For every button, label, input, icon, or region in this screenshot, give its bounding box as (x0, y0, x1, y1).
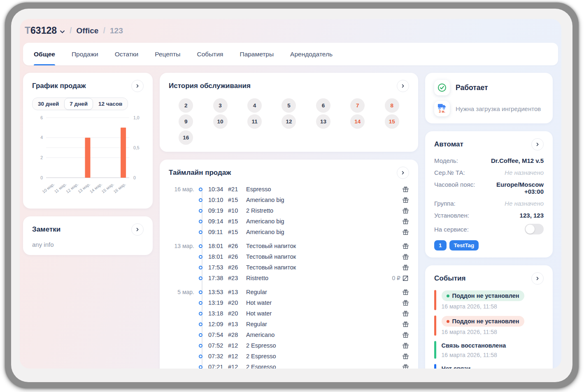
svg-text:10 мар.: 10 мар. (42, 182, 56, 194)
service-toggle[interactable] (525, 224, 544, 234)
service-event-circle[interactable]: 6 (316, 98, 330, 113)
tab-bar: Общее Продажи Остатки Рецепты События Па… (23, 43, 558, 65)
timeline-row[interactable]: 13 мар. 18:01 #26 Тестовый напиток (169, 241, 409, 251)
card-title: Заметки (32, 225, 60, 234)
sale-time: 10:34 (208, 186, 228, 193)
range-option-button[interactable]: 12 часов (93, 98, 128, 110)
service-event-circle[interactable]: 9 (179, 114, 193, 129)
machine-info-row: Сер.№ ТА: Не назначено (434, 167, 544, 179)
service-event-circle[interactable]: 16 (179, 130, 193, 145)
timeline-row[interactable]: 10:10 #15 Americano big (169, 195, 409, 205)
chevron-right-button[interactable] (531, 272, 544, 285)
service-event-circle[interactable]: 3 (213, 98, 228, 113)
service-event-number: 5 (287, 102, 291, 109)
tab-label: Параметры (240, 51, 274, 58)
service-event-number: 10 (217, 118, 223, 125)
tab[interactable]: Остатки (115, 43, 139, 65)
svg-text:2: 2 (40, 155, 43, 160)
service-event-circle[interactable]: 11 (247, 114, 262, 129)
service-event-number: 15 (389, 118, 395, 125)
tab[interactable]: Рецепты (155, 43, 180, 65)
tag-badge[interactable]: TestTag (449, 240, 479, 251)
timeline-row[interactable]: 13:19 #20 Hot water (169, 297, 409, 308)
gift-icon (402, 321, 409, 328)
service-event-circle[interactable]: 7 (350, 98, 365, 113)
timeline-row[interactable]: 18:01 #26 Тестовый напиток (169, 251, 409, 262)
service-event-circle[interactable]: 15 (385, 114, 399, 129)
timeline-date: 5 мар. (169, 289, 194, 295)
timeline-row[interactable]: 16 мар. 10:34 #21 Espresso (169, 184, 409, 195)
tab[interactable]: Общее (34, 43, 55, 65)
timeline-marker (199, 322, 202, 326)
chevron-right-button[interactable] (397, 80, 409, 92)
recipe-number: #12 (228, 342, 246, 349)
service-toggle-row: На сервисе: (434, 221, 544, 237)
tag-badge[interactable]: 1 (434, 240, 447, 251)
sale-time: 13:53 (208, 289, 228, 295)
range-option-button[interactable]: 30 дней (33, 98, 64, 110)
recipe-number: #20 (228, 299, 246, 306)
sale-time: 10:10 (208, 197, 228, 203)
timeline-row[interactable]: 07:32 #12 2 Espresso (169, 351, 409, 362)
service-event-circle[interactable]: 10 (213, 114, 228, 129)
sale-time: 07:52 (208, 342, 228, 349)
tab-label: Остатки (115, 51, 139, 58)
service-event-circle[interactable]: 5 (282, 98, 296, 113)
truck-badge: 3 м. (439, 109, 445, 114)
tab[interactable]: Продажи (72, 43, 98, 65)
range-option-button[interactable]: 7 дней (64, 98, 93, 110)
card-title: События (434, 274, 465, 283)
gift-icon (402, 310, 409, 317)
event-title-pill: Нет связи (442, 364, 471, 369)
gift-icon (402, 299, 409, 306)
machine-id: 63128 (30, 25, 57, 36)
gift-icon (402, 186, 409, 193)
status-card: Работает 3 м. Нужна загрузка ингредиенто… (425, 73, 553, 123)
svg-text:0: 0 (40, 175, 43, 180)
recipe-name: Тестовый напиток (246, 264, 402, 271)
chevron-right-button[interactable] (531, 138, 544, 151)
timeline-row[interactable]: 13:18 #20 Hot water (169, 308, 409, 319)
timeline-row[interactable]: 09:14 #15 Americano big (169, 216, 409, 227)
timeline-row[interactable]: 07:52 #12 2 Espresso (169, 340, 409, 351)
service-event-circle[interactable]: 2 (179, 98, 193, 113)
tab-label: События (197, 51, 223, 58)
card-title: Таймлайн продаж (169, 169, 231, 177)
event-title: Поддон не установлен (452, 318, 519, 325)
tab[interactable]: Параметры (240, 43, 274, 65)
tab-label: Общее (34, 51, 55, 58)
notes-text: any info (32, 241, 144, 248)
card-title: История обслуживания (169, 82, 251, 90)
timeline-row[interactable]: 07:54 #28 Americano (169, 329, 409, 340)
gift-icon (402, 207, 409, 214)
svg-text:11 мар.: 11 мар. (54, 182, 67, 194)
service-event-circle[interactable]: 12 (282, 114, 296, 129)
recipe-name: 2 Espresso (246, 353, 402, 360)
chevron-right-button[interactable] (131, 223, 144, 236)
chevron-down-icon (60, 25, 65, 36)
timeline-row[interactable]: 07:21 #12 2 Espresso (169, 362, 409, 369)
sale-price: 0 ₽ (392, 275, 400, 281)
service-event-circle[interactable]: 14 (350, 114, 365, 129)
tab[interactable]: Арендодатель (290, 43, 333, 65)
event-item: Поддон не установлен 16 марта 2026, 11:5… (434, 315, 544, 336)
tab-label: Рецепты (155, 51, 180, 58)
gift-icon (402, 264, 409, 271)
gift-icon (402, 289, 409, 296)
chevron-right-button[interactable] (397, 167, 409, 179)
timeline-row[interactable]: 12:09 #13 Regular (169, 319, 409, 329)
machine-selector[interactable]: T63128 (25, 25, 65, 36)
timeline-row[interactable]: 17:38 #23 Ristretto 0 ₽ (169, 273, 409, 283)
machine-card: Автомат Модель: Dr.Coffee, M12 v.5 Сер.№… (425, 131, 553, 257)
service-event-circle[interactable]: 4 (247, 98, 262, 113)
svg-text:13 мар.: 13 мар. (77, 182, 91, 194)
service-event-circle[interactable]: 13 (316, 114, 330, 129)
service-event-circle[interactable]: 8 (385, 98, 399, 113)
timeline-row[interactable]: 09:11 #15 Americano big (169, 227, 409, 237)
timeline-row[interactable]: 5 мар. 13:53 #13 Regular (169, 287, 409, 297)
tab[interactable]: События (197, 43, 223, 65)
recipe-number: #23 (228, 275, 246, 281)
chevron-right-button[interactable] (131, 80, 144, 92)
timeline-row[interactable]: 09:19 #10 2 Ristretto (169, 205, 409, 216)
timeline-row[interactable]: 17:53 #26 Тестовый напиток (169, 262, 409, 273)
